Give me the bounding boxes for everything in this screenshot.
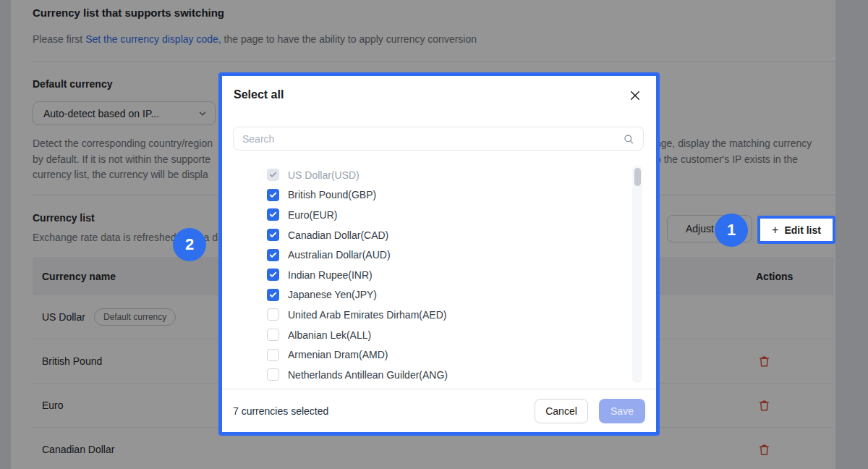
currency-option-label: Albanian Lek(ALL) (288, 329, 371, 341)
currency-option-label: Australian Dollar(AUD) (288, 249, 391, 261)
modal-title: Select all (234, 88, 284, 101)
currency-option[interactable]: Albanian Lek(ALL) (233, 325, 632, 345)
search-box (233, 127, 644, 151)
search-input[interactable] (242, 133, 623, 145)
annotation-step-2-badge: 2 (173, 228, 206, 261)
checkbox-icon (267, 169, 279, 181)
select-currencies-modal: Select all US Dollar(USD)British Pound(G… (218, 72, 660, 436)
edit-list-button[interactable]: + Edit list (757, 216, 835, 244)
currency-option[interactable]: British Pound(GBP) (233, 185, 632, 206)
checkbox-icon[interactable] (267, 289, 279, 301)
selected-count-text: 7 currencies selected (233, 405, 535, 417)
checkbox-icon[interactable] (267, 329, 279, 341)
close-icon[interactable] (628, 88, 642, 103)
currency-option: US Dollar(USD) (233, 165, 632, 185)
plus-icon: + (772, 224, 778, 237)
checkbox-icon[interactable] (267, 308, 279, 321)
currency-option-label: Japanese Yen(JPY) (288, 289, 377, 300)
currency-option-label: Netherlands Antillean Guilder(ANG) (288, 369, 448, 381)
currency-option[interactable]: United Arab Emirates Dirham(AED) (233, 305, 632, 325)
save-button[interactable]: Save (599, 399, 645, 423)
currency-option[interactable]: Australian Dollar(AUD) (233, 245, 632, 265)
cancel-button[interactable]: Cancel (535, 399, 588, 423)
checkbox-icon[interactable] (267, 349, 279, 361)
currency-option[interactable]: Canadian Dollar(CAD) (233, 225, 632, 245)
currency-option-label: Euro(EUR) (288, 209, 337, 221)
annotation-step-1-badge: 1 (715, 214, 748, 247)
currency-option-label: Canadian Dollar(CAD) (288, 229, 388, 241)
currency-option[interactable]: Indian Rupee(INR) (233, 265, 632, 285)
scrollbar-thumb[interactable] (634, 168, 641, 186)
currency-option-label: United Arab Emirates Dirham(AED) (288, 309, 446, 321)
checkbox-icon[interactable] (267, 189, 279, 201)
checkbox-icon[interactable] (267, 229, 279, 241)
currency-option-label: Armenian Dram(AMD) (288, 349, 388, 360)
currency-option[interactable]: Armenian Dram(AMD) (233, 345, 632, 365)
search-icon (623, 133, 634, 145)
currency-option-label: British Pound(GBP) (288, 189, 376, 200)
checkbox-icon[interactable] (267, 249, 279, 261)
edit-list-button-label: Edit list (784, 224, 821, 236)
currency-settings-page: Currency list that supports switching Pl… (0, 0, 868, 469)
modal-footer: 7 currencies selected Cancel Save (222, 389, 656, 432)
currency-options-list: US Dollar(USD)British Pound(GBP)Euro(EUR… (233, 160, 632, 389)
checkbox-icon[interactable] (267, 269, 279, 281)
checkbox-icon[interactable] (267, 208, 279, 221)
currency-option[interactable]: Euro(EUR) (233, 205, 632, 225)
currency-option[interactable]: Japanese Yen(JPY) (233, 285, 632, 305)
currency-option-label: US Dollar(USD) (288, 169, 359, 181)
currency-option[interactable]: Netherlands Antillean Guilder(ANG) (233, 365, 632, 385)
currency-option-label: Indian Rupee(INR) (288, 269, 373, 281)
scrollbar-track[interactable] (632, 165, 642, 383)
checkbox-icon[interactable] (267, 368, 279, 381)
